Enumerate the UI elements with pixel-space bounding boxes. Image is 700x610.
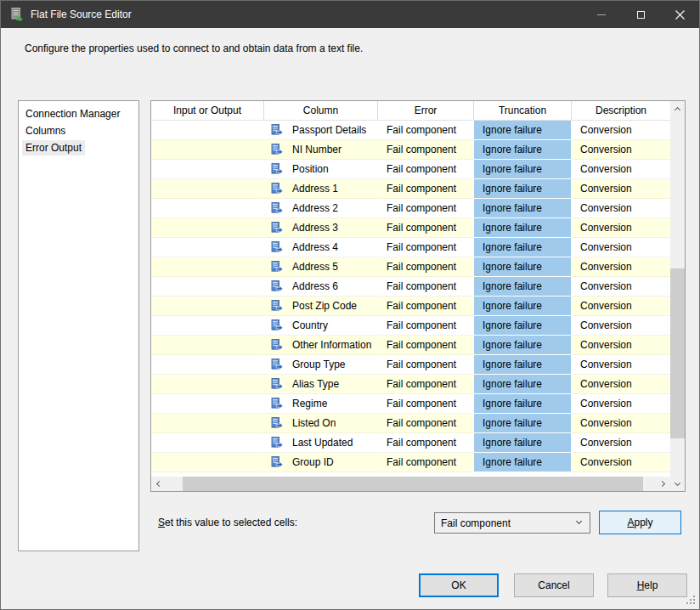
cell-error[interactable]: Fail component — [378, 218, 474, 238]
cell-description[interactable]: Conversion — [572, 140, 670, 160]
cell-error[interactable]: Fail component — [378, 121, 474, 140]
cell-input-output[interactable] — [151, 257, 264, 277]
ok-button[interactable]: OK — [419, 573, 499, 597]
cell-column[interactable]: Group ID — [264, 453, 378, 472]
cell-error[interactable]: Fail component — [378, 277, 474, 297]
cell-error[interactable]: Fail component — [378, 375, 474, 394]
error-value-dropdown[interactable]: Fail component — [434, 512, 590, 534]
header-truncation[interactable]: Truncation — [474, 101, 572, 120]
cell-input-output[interactable] — [151, 218, 264, 238]
cell-description[interactable]: Conversion — [572, 121, 670, 140]
cell-description[interactable]: Conversion — [572, 199, 670, 218]
cell-input-output[interactable] — [151, 355, 264, 375]
cancel-button[interactable]: Cancel — [514, 573, 594, 597]
cell-input-output[interactable] — [151, 336, 264, 355]
cell-column[interactable]: Country — [264, 316, 378, 336]
header-column[interactable]: Column — [264, 101, 378, 120]
cell-description[interactable]: Conversion — [572, 297, 670, 316]
cell-input-output[interactable] — [151, 121, 264, 140]
horizontal-scrollbar-thumb[interactable] — [183, 477, 643, 491]
cell-input-output[interactable] — [151, 160, 264, 179]
cell-description[interactable]: Conversion — [572, 355, 670, 375]
nav-item-columns[interactable]: Columns — [22, 123, 69, 138]
cell-input-output[interactable] — [151, 238, 264, 257]
cell-column[interactable]: Last Updated — [264, 433, 378, 453]
cell-description[interactable]: Conversion — [572, 433, 670, 453]
cell-error[interactable]: Fail component — [378, 238, 474, 257]
cell-input-output[interactable] — [151, 394, 264, 414]
cell-truncation-selected[interactable]: Ignore failure — [474, 453, 572, 472]
cell-description[interactable]: Conversion — [572, 160, 670, 179]
cell-input-output[interactable] — [151, 277, 264, 297]
close-button[interactable] — [660, 1, 699, 28]
scroll-down-button[interactable] — [670, 477, 685, 491]
cell-error[interactable]: Fail component — [378, 453, 474, 472]
cell-column[interactable]: Address 3 — [264, 218, 378, 238]
cell-description[interactable]: Conversion — [572, 179, 670, 199]
cell-description[interactable]: Conversion — [572, 218, 670, 238]
header-description[interactable]: Description — [572, 101, 670, 120]
cell-truncation-selected[interactable]: Ignore failure — [474, 316, 572, 336]
cell-truncation-selected[interactable]: Ignore failure — [474, 375, 572, 394]
cell-column[interactable]: NI Number — [264, 140, 378, 160]
cell-column[interactable]: Position — [264, 160, 378, 179]
cell-truncation-selected[interactable]: Ignore failure — [474, 355, 572, 375]
cell-truncation-selected[interactable]: Ignore failure — [474, 414, 572, 433]
cell-column[interactable]: Group Type — [264, 355, 378, 375]
cell-column[interactable]: Address 5 — [264, 257, 378, 277]
cell-column[interactable]: Address 4 — [264, 238, 378, 257]
header-input-or-output[interactable]: Input or Output — [151, 101, 264, 120]
cell-error[interactable]: Fail component — [378, 433, 474, 453]
cell-truncation-selected[interactable]: Ignore failure — [474, 277, 572, 297]
cell-truncation-selected[interactable]: Ignore failure — [474, 140, 572, 160]
cell-error[interactable]: Fail component — [378, 179, 474, 199]
cell-description[interactable]: Conversion — [572, 453, 670, 472]
cell-description[interactable]: Conversion — [572, 375, 670, 394]
cell-error[interactable]: Fail component — [378, 414, 474, 433]
cell-input-output[interactable] — [151, 179, 264, 199]
help-button[interactable]: Help — [607, 573, 687, 597]
cell-description[interactable]: Conversion — [572, 414, 670, 433]
cell-column[interactable]: Regime — [264, 394, 378, 414]
cell-error[interactable]: Fail component — [378, 297, 474, 316]
cell-column[interactable]: Listed On — [264, 414, 378, 433]
cell-input-output[interactable] — [151, 316, 264, 336]
cell-description[interactable]: Conversion — [572, 257, 670, 277]
cell-error[interactable]: Fail component — [378, 199, 474, 218]
cell-column[interactable]: Other Information — [264, 336, 378, 355]
cell-column[interactable]: Passport Details — [264, 121, 378, 140]
vertical-scrollbar[interactable] — [670, 101, 685, 491]
cell-description[interactable]: Conversion — [572, 277, 670, 297]
cell-truncation-selected[interactable]: Ignore failure — [474, 433, 572, 453]
horizontal-scrollbar[interactable] — [151, 477, 670, 491]
header-error[interactable]: Error — [378, 101, 474, 120]
cell-input-output[interactable] — [151, 297, 264, 316]
cell-error[interactable]: Fail component — [378, 257, 474, 277]
cell-description[interactable]: Conversion — [572, 238, 670, 257]
cell-truncation-selected[interactable]: Ignore failure — [474, 297, 572, 316]
cell-truncation-selected[interactable]: Ignore failure — [474, 238, 572, 257]
cell-error[interactable]: Fail component — [378, 394, 474, 414]
cell-truncation-selected[interactable]: Ignore failure — [474, 160, 572, 179]
cell-input-output[interactable] — [151, 140, 264, 160]
scroll-right-button[interactable] — [656, 477, 670, 491]
apply-button[interactable]: Apply — [599, 511, 681, 534]
scroll-left-button[interactable] — [151, 477, 166, 491]
cell-truncation-selected[interactable]: Ignore failure — [474, 336, 572, 355]
cell-column[interactable]: Address 2 — [264, 199, 378, 218]
cell-description[interactable]: Conversion — [572, 394, 670, 414]
cell-description[interactable]: Conversion — [572, 336, 670, 355]
cell-error[interactable]: Fail component — [378, 355, 474, 375]
cell-input-output[interactable] — [151, 453, 264, 472]
nav-item-connection-manager[interactable]: Connection Manager — [22, 106, 123, 121]
cell-truncation-selected[interactable]: Ignore failure — [474, 199, 572, 218]
cell-error[interactable]: Fail component — [378, 316, 474, 336]
cell-input-output[interactable] — [151, 199, 264, 218]
cell-input-output[interactable] — [151, 414, 264, 433]
cell-truncation-selected[interactable]: Ignore failure — [474, 394, 572, 414]
resize-grip-icon[interactable] — [686, 596, 695, 604]
maximize-button[interactable] — [621, 1, 660, 28]
cell-truncation-selected[interactable]: Ignore failure — [474, 121, 572, 140]
cell-column[interactable]: Alias Type — [264, 375, 378, 394]
cell-column[interactable]: Address 1 — [264, 179, 378, 199]
